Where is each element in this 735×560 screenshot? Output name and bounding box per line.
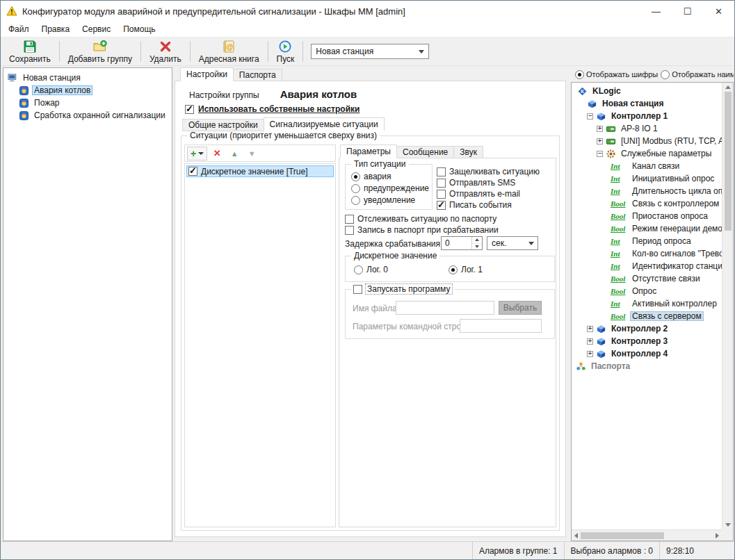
tree-item-controller3[interactable]: + Контроллер 3 — [572, 335, 722, 347]
radio-alarm[interactable]: авария — [351, 172, 391, 181]
tree-item-service-params[interactable]: − Служебные параметры — [572, 147, 722, 160]
delay-spinner[interactable]: 0 — [441, 236, 483, 250]
write-events-checkbox-row[interactable]: Писать события — [437, 200, 512, 210]
send-sms-checkbox[interactable] — [437, 179, 446, 188]
maximize-button[interactable]: ☐ — [672, 1, 703, 22]
tree-item-klogic[interactable]: K KLogic — [572, 85, 722, 97]
tab-settings[interactable]: Настройки — [180, 67, 234, 81]
radio-log0[interactable]: Лог. 0 — [354, 265, 388, 274]
tab-signaled-situations[interactable]: Сигнализируемые ситуации — [264, 117, 385, 131]
display-codes-radio[interactable]: Отображать шифры — [575, 70, 658, 79]
minimize-button[interactable]: — — [640, 1, 672, 22]
delete-button[interactable]: Удалить — [143, 38, 188, 65]
collapse-icon[interactable]: − — [597, 151, 603, 157]
tree-item-station-root[interactable]: Новая станция — [3, 72, 172, 84]
spin-up-icon[interactable] — [472, 237, 482, 244]
horizontal-scroll-thumb[interactable] — [581, 532, 664, 539]
use-own-settings[interactable]: Использовать собственные настройки — [185, 104, 360, 114]
radio-warning[interactable]: предупреждение — [351, 183, 429, 193]
radio-warning-circle[interactable] — [351, 184, 360, 193]
send-email-checkbox[interactable] — [437, 190, 446, 199]
start-button[interactable]: Пуск — [270, 38, 301, 65]
tab-sound[interactable]: Звук — [453, 146, 483, 158]
move-up-button[interactable]: ▲ — [227, 147, 242, 160]
add-group-button[interactable]: Добавить группу — [62, 38, 138, 65]
expand-icon[interactable]: + — [597, 126, 603, 132]
expand-icon[interactable]: + — [597, 138, 603, 145]
vertical-scrollbar[interactable] — [722, 83, 733, 529]
vertical-scroll-thumb[interactable] — [725, 92, 732, 231]
spin-down-icon[interactable] — [472, 244, 482, 250]
display-codes-circle[interactable] — [575, 70, 584, 79]
collapse-icon[interactable]: − — [587, 113, 593, 120]
file-name-input[interactable] — [396, 301, 494, 315]
tree-item-alarm-group[interactable]: Пожар — [3, 97, 172, 109]
radio-log1[interactable]: Лог. 1 — [449, 265, 483, 274]
scroll-left-icon[interactable] — [574, 533, 578, 538]
tree-item-alarm-group[interactable]: Сработка охранной сигнализации — [3, 109, 172, 122]
scroll-right-icon[interactable] — [716, 533, 719, 538]
radio-notification[interactable]: уведомление — [351, 195, 415, 205]
horizontal-scrollbar[interactable] — [572, 529, 722, 541]
tab-general-settings[interactable]: Общие настройки — [182, 119, 264, 131]
use-own-settings-checkbox[interactable] — [185, 105, 194, 114]
tree-item-station[interactable]: Новая станция — [572, 97, 722, 110]
expand-icon[interactable]: + — [587, 338, 593, 345]
tree-item-param[interactable]: Bool Режим генерации демо-зн — [572, 222, 722, 235]
tree-item-controller1[interactable]: − Контроллер 1 — [572, 110, 722, 122]
right-splitter[interactable] — [566, 67, 570, 541]
latch-situation-checkbox-row[interactable]: Защелкивать ситуацию — [437, 167, 540, 176]
station-combobox[interactable]: Новая станция — [311, 44, 429, 59]
tree-item-alarm-group[interactable]: Авария котлов — [3, 84, 172, 97]
close-button[interactable]: ✕ — [703, 1, 734, 22]
tab-parameters[interactable]: Параметры — [340, 145, 397, 158]
tree-item-ap8[interactable]: + AP-8 IO 1 — [572, 122, 722, 135]
situation-checkbox[interactable] — [188, 167, 197, 176]
tree-item-passports[interactable]: Паспорта — [572, 360, 722, 372]
move-down-button[interactable]: ▼ — [244, 147, 259, 160]
tree-item-modbus[interactable]: + [UNI] Modbus (RTU, TCP, ASCI — [572, 135, 722, 147]
track-passport-checkbox-row[interactable]: Отслеживать ситуацию по паспорту — [345, 214, 496, 224]
tree-item-param[interactable]: Int Период опроса — [572, 235, 722, 247]
tree-item-param-selected[interactable]: Bool Связь с сервером — [572, 310, 722, 322]
radio-log1-circle[interactable] — [449, 265, 458, 274]
write-passport-checkbox-row[interactable]: Запись в паспорт при срабатывании — [345, 225, 499, 235]
tree-item-param[interactable]: Bool Опрос — [572, 285, 722, 297]
latch-situation-checkbox[interactable] — [437, 167, 446, 176]
menu-service[interactable]: Сервис — [76, 22, 117, 36]
tree-item-controller4[interactable]: + Контроллер 4 — [572, 347, 722, 360]
tree-item-param[interactable]: Bool Приостанов опроса — [572, 210, 722, 222]
tree-item-param[interactable]: Int Инициативный опрос — [572, 172, 722, 185]
display-names-radio[interactable]: Отображать наименова — [661, 70, 734, 79]
tree-item-param[interactable]: Int Длительность цикла опро — [572, 185, 722, 197]
scroll-down-icon[interactable] — [725, 523, 731, 527]
write-passport-checkbox[interactable] — [345, 226, 354, 235]
radio-log0-circle[interactable] — [354, 265, 363, 274]
tree-item-param[interactable]: Int Кол-во сигналов "Тревога" — [572, 247, 722, 260]
delay-unit-combobox[interactable]: сек. — [487, 236, 538, 250]
tab-passports[interactable]: Паспорта — [233, 69, 282, 81]
track-passport-checkbox[interactable] — [345, 215, 354, 224]
tab-message[interactable]: Сообщение — [396, 146, 454, 158]
delete-situation-button[interactable]: ✕ — [209, 147, 225, 160]
expand-icon[interactable]: + — [587, 351, 593, 357]
save-button[interactable]: Сохранить — [3, 38, 57, 65]
send-sms-checkbox-row[interactable]: Отправлять SMS — [437, 178, 515, 188]
situation-list-item[interactable]: Дискретное значение [True] — [186, 165, 334, 177]
tree-item-param[interactable]: Int Идентификатор станции — [572, 260, 722, 272]
radio-notification-circle[interactable] — [351, 196, 360, 205]
menu-edit[interactable]: Правка — [35, 22, 76, 36]
scroll-up-icon[interactable] — [725, 85, 731, 89]
run-program-checkbox[interactable] — [353, 285, 362, 294]
write-events-checkbox[interactable] — [437, 201, 446, 210]
radio-alarm-circle[interactable] — [351, 172, 360, 181]
choose-file-button[interactable]: Выбрать — [499, 301, 542, 315]
menu-file[interactable]: Файл — [2, 22, 35, 36]
tree-item-param[interactable]: Int Канал связи — [572, 160, 722, 172]
tree-item-controller2[interactable]: + Контроллер 2 — [572, 322, 722, 335]
tree-item-param[interactable]: Bool Отсутствие связи — [572, 272, 722, 285]
add-situation-button[interactable]: + — [187, 147, 207, 160]
display-names-circle[interactable] — [661, 70, 670, 79]
address-book-button[interactable]: @ Адресная книга — [193, 38, 266, 65]
cmdline-input[interactable] — [460, 319, 542, 333]
